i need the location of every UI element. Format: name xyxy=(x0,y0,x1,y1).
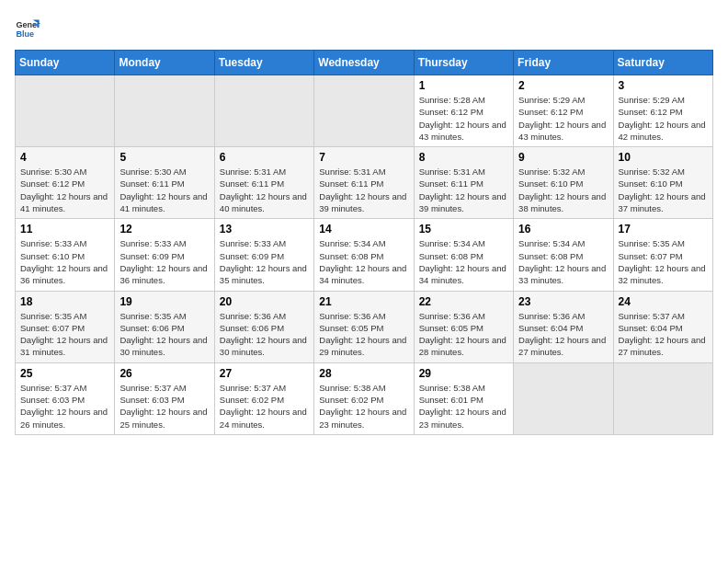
calendar-cell: 29 Sunrise: 5:38 AMSunset: 6:01 PMDaylig… xyxy=(414,362,513,434)
day-number: 13 xyxy=(220,223,309,236)
page-header: General Blue xyxy=(15,15,713,40)
day-info: Sunrise: 5:31 AMSunset: 6:11 PMDaylight:… xyxy=(220,167,307,213)
day-info: Sunrise: 5:32 AMSunset: 6:10 PMDaylight:… xyxy=(619,167,706,213)
calendar-cell: 24 Sunrise: 5:37 AMSunset: 6:04 PMDaylig… xyxy=(613,291,712,362)
day-number: 28 xyxy=(319,367,408,380)
weekday-header: Thursday xyxy=(414,51,513,75)
day-number: 25 xyxy=(20,367,109,380)
calendar-cell: 12 Sunrise: 5:33 AMSunset: 6:09 PMDaylig… xyxy=(115,219,214,291)
day-number: 9 xyxy=(518,151,608,164)
calendar-cell: 17 Sunrise: 5:35 AMSunset: 6:07 PMDaylig… xyxy=(613,219,712,291)
day-info: Sunrise: 5:34 AMSunset: 6:08 PMDaylight:… xyxy=(319,238,406,285)
calendar-cell: 9 Sunrise: 5:32 AMSunset: 6:10 PMDayligh… xyxy=(514,147,613,219)
day-number: 18 xyxy=(20,295,109,308)
calendar-cell xyxy=(16,75,115,147)
day-number: 11 xyxy=(20,223,109,236)
calendar-week-row: 25 Sunrise: 5:37 AMSunset: 6:03 PMDaylig… xyxy=(16,362,713,434)
calendar-cell: 10 Sunrise: 5:32 AMSunset: 6:10 PMDaylig… xyxy=(613,147,712,219)
day-info: Sunrise: 5:36 AMSunset: 6:05 PMDaylight:… xyxy=(319,311,406,358)
calendar-cell: 11 Sunrise: 5:33 AMSunset: 6:10 PMDaylig… xyxy=(16,219,115,291)
calendar-cell xyxy=(514,362,613,434)
calendar-cell: 7 Sunrise: 5:31 AMSunset: 6:11 PMDayligh… xyxy=(314,147,414,219)
day-info: Sunrise: 5:29 AMSunset: 6:12 PMDaylight:… xyxy=(518,95,606,142)
day-number: 22 xyxy=(419,295,508,308)
day-info: Sunrise: 5:37 AMSunset: 6:02 PMDaylight:… xyxy=(220,383,307,430)
weekday-header: Friday xyxy=(514,51,613,75)
day-info: Sunrise: 5:34 AMSunset: 6:08 PMDaylight:… xyxy=(419,238,506,285)
calendar-cell: 13 Sunrise: 5:33 AMSunset: 6:09 PMDaylig… xyxy=(214,219,313,291)
calendar-cell: 2 Sunrise: 5:29 AMSunset: 6:12 PMDayligh… xyxy=(514,75,613,147)
calendar-cell xyxy=(115,75,214,147)
weekday-header: Saturday xyxy=(613,51,712,75)
day-number: 2 xyxy=(518,79,608,92)
day-number: 21 xyxy=(319,295,408,308)
calendar-cell: 8 Sunrise: 5:31 AMSunset: 6:11 PMDayligh… xyxy=(414,147,513,219)
day-info: Sunrise: 5:28 AMSunset: 6:12 PMDaylight:… xyxy=(419,95,506,142)
calendar-cell: 28 Sunrise: 5:38 AMSunset: 6:02 PMDaylig… xyxy=(314,362,414,434)
calendar-cell: 14 Sunrise: 5:34 AMSunset: 6:08 PMDaylig… xyxy=(314,219,414,291)
day-number: 7 xyxy=(319,151,408,164)
day-number: 12 xyxy=(119,223,209,236)
day-number: 4 xyxy=(20,151,109,164)
day-number: 17 xyxy=(619,223,708,236)
calendar-cell: 19 Sunrise: 5:35 AMSunset: 6:06 PMDaylig… xyxy=(115,291,214,362)
day-info: Sunrise: 5:30 AMSunset: 6:11 PMDaylight:… xyxy=(119,167,207,213)
day-info: Sunrise: 5:33 AMSunset: 6:09 PMDaylight:… xyxy=(220,238,307,285)
calendar-cell: 20 Sunrise: 5:36 AMSunset: 6:06 PMDaylig… xyxy=(214,291,313,362)
calendar-table: SundayMondayTuesdayWednesdayThursdayFrid… xyxy=(15,50,713,435)
day-info: Sunrise: 5:36 AMSunset: 6:05 PMDaylight:… xyxy=(419,311,506,358)
calendar-cell: 4 Sunrise: 5:30 AMSunset: 6:12 PMDayligh… xyxy=(16,147,115,219)
day-number: 5 xyxy=(119,151,209,164)
day-number: 6 xyxy=(220,151,309,164)
weekday-header: Sunday xyxy=(16,51,115,75)
calendar-cell: 22 Sunrise: 5:36 AMSunset: 6:05 PMDaylig… xyxy=(414,291,513,362)
calendar-week-row: 11 Sunrise: 5:33 AMSunset: 6:10 PMDaylig… xyxy=(16,219,713,291)
calendar-week-row: 1 Sunrise: 5:28 AMSunset: 6:12 PMDayligh… xyxy=(16,75,713,147)
weekday-header: Wednesday xyxy=(314,51,414,75)
calendar-cell: 5 Sunrise: 5:30 AMSunset: 6:11 PMDayligh… xyxy=(115,147,214,219)
calendar-cell: 15 Sunrise: 5:34 AMSunset: 6:08 PMDaylig… xyxy=(414,219,513,291)
calendar-cell: 6 Sunrise: 5:31 AMSunset: 6:11 PMDayligh… xyxy=(214,147,313,219)
day-info: Sunrise: 5:29 AMSunset: 6:12 PMDaylight:… xyxy=(619,95,706,142)
day-number: 19 xyxy=(119,295,209,308)
weekday-header: Monday xyxy=(115,51,214,75)
day-info: Sunrise: 5:31 AMSunset: 6:11 PMDaylight:… xyxy=(419,167,506,213)
day-info: Sunrise: 5:37 AMSunset: 6:03 PMDaylight:… xyxy=(20,383,108,430)
day-number: 26 xyxy=(119,367,209,380)
day-info: Sunrise: 5:33 AMSunset: 6:09 PMDaylight:… xyxy=(119,238,207,285)
day-info: Sunrise: 5:37 AMSunset: 6:04 PMDaylight:… xyxy=(619,311,706,358)
day-number: 10 xyxy=(619,151,708,164)
calendar-cell xyxy=(613,362,712,434)
day-info: Sunrise: 5:35 AMSunset: 6:07 PMDaylight:… xyxy=(20,311,108,358)
svg-text:Blue: Blue xyxy=(16,29,34,39)
day-number: 15 xyxy=(419,223,508,236)
day-info: Sunrise: 5:36 AMSunset: 6:04 PMDaylight:… xyxy=(518,311,606,358)
day-number: 1 xyxy=(419,79,508,92)
calendar-week-row: 18 Sunrise: 5:35 AMSunset: 6:07 PMDaylig… xyxy=(16,291,713,362)
day-info: Sunrise: 5:38 AMSunset: 6:02 PMDaylight:… xyxy=(319,383,406,430)
day-info: Sunrise: 5:38 AMSunset: 6:01 PMDaylight:… xyxy=(419,383,506,430)
day-number: 14 xyxy=(319,223,408,236)
day-number: 3 xyxy=(619,79,708,92)
day-number: 23 xyxy=(518,295,608,308)
day-info: Sunrise: 5:36 AMSunset: 6:06 PMDaylight:… xyxy=(220,311,307,358)
logo: General Blue xyxy=(15,15,40,40)
calendar-cell: 3 Sunrise: 5:29 AMSunset: 6:12 PMDayligh… xyxy=(613,75,712,147)
day-number: 27 xyxy=(220,367,309,380)
day-number: 8 xyxy=(419,151,508,164)
weekday-header-row: SundayMondayTuesdayWednesdayThursdayFrid… xyxy=(16,51,713,75)
day-info: Sunrise: 5:34 AMSunset: 6:08 PMDaylight:… xyxy=(518,238,606,285)
day-info: Sunrise: 5:37 AMSunset: 6:03 PMDaylight:… xyxy=(119,383,207,430)
calendar-cell: 21 Sunrise: 5:36 AMSunset: 6:05 PMDaylig… xyxy=(314,291,414,362)
calendar-week-row: 4 Sunrise: 5:30 AMSunset: 6:12 PMDayligh… xyxy=(16,147,713,219)
day-number: 29 xyxy=(419,367,508,380)
day-info: Sunrise: 5:35 AMSunset: 6:06 PMDaylight:… xyxy=(119,311,207,358)
day-info: Sunrise: 5:32 AMSunset: 6:10 PMDaylight:… xyxy=(518,167,606,213)
day-info: Sunrise: 5:35 AMSunset: 6:07 PMDaylight:… xyxy=(619,238,706,285)
calendar-cell: 26 Sunrise: 5:37 AMSunset: 6:03 PMDaylig… xyxy=(115,362,214,434)
weekday-header: Tuesday xyxy=(214,51,313,75)
calendar-cell: 25 Sunrise: 5:37 AMSunset: 6:03 PMDaylig… xyxy=(16,362,115,434)
calendar-cell: 1 Sunrise: 5:28 AMSunset: 6:12 PMDayligh… xyxy=(414,75,513,147)
logo-icon: General Blue xyxy=(15,15,40,40)
calendar-cell: 16 Sunrise: 5:34 AMSunset: 6:08 PMDaylig… xyxy=(514,219,613,291)
